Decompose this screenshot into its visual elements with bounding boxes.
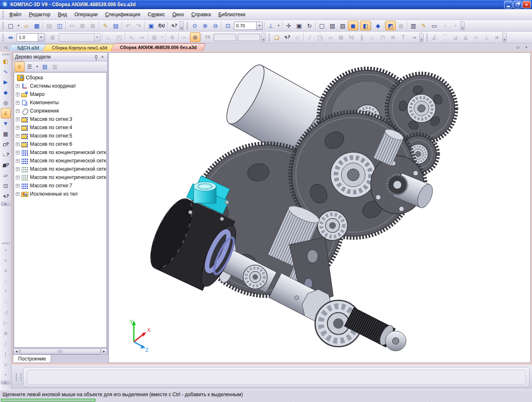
tree-item-15[interactable]: +Исключенные из тел: [14, 190, 106, 198]
filters-button[interactable]: ▼: [1, 118, 11, 129]
pin-panel-button[interactable]: [93, 54, 99, 60]
tree-expand-toggle[interactable]: +: [16, 118, 20, 121]
simplified-display-button[interactable]: ◩: [385, 21, 396, 30]
tree-horizontal-scrollbar[interactable]: ◄ ►: [13, 348, 107, 354]
geometry-panel-handle[interactable]: [2, 243, 10, 244]
tree-expand-toggle[interactable]: +: [16, 109, 20, 113]
menu-operations[interactable]: Операции: [71, 10, 101, 19]
shaded-with-edges-button[interactable]: ◧: [360, 21, 371, 30]
restore-button[interactable]: [513, 1, 522, 8]
menu-editor[interactable]: Редактор: [25, 10, 54, 19]
tree-item-11[interactable]: +Массив по концентрической сетке: [14, 157, 106, 165]
object-properties-button[interactable]: ▤: [111, 21, 121, 30]
copy-object-button[interactable]: ❏: [271, 32, 282, 42]
tree-structure-view-button[interactable]: ≣: [15, 61, 25, 72]
shaded-button[interactable]: ◼: [348, 21, 358, 30]
minimize-button[interactable]: [504, 1, 512, 8]
tree-expand-toggle[interactable]: +: [16, 101, 20, 105]
menu-window[interactable]: Окно: [168, 10, 187, 19]
close-button[interactable]: ×: [522, 1, 531, 8]
menu-specification[interactable]: Спецификация: [101, 10, 144, 19]
scrollbar-thumb[interactable]: [20, 348, 101, 354]
tree-expand-toggle[interactable]: +: [16, 151, 20, 154]
tree-expand-toggle[interactable]: +: [16, 134, 20, 138]
surfaces-button[interactable]: ◆: [1, 87, 11, 98]
whats-this-3-button[interactable]: ⇖?: [1, 191, 11, 201]
toolbar-overflow-chevron[interactable]: ▾: [180, 21, 184, 30]
whats-this-2-button[interactable]: ⇖?: [282, 32, 292, 42]
zoom-in-button[interactable]: ⊕: [200, 21, 210, 30]
toolbar-overflow-chevron[interactable]: ▾: [461, 21, 465, 30]
zoom-out-button[interactable]: ⊖: [210, 21, 221, 30]
toolbar-handle[interactable]: [268, 34, 270, 41]
orientation-dropdown[interactable]: ▾: [276, 21, 281, 30]
viewport-canvas[interactable]: Y X Z: [108, 52, 531, 363]
rounding-button[interactable]: ⊘: [190, 32, 200, 42]
hidden-lines-removed-button[interactable]: ▨: [337, 21, 348, 30]
tree-expand-toggle[interactable]: +: [16, 176, 20, 179]
sketch-button[interactable]: ✎: [419, 21, 429, 30]
tree-item-9[interactable]: +Массив по сетке:6: [14, 140, 106, 148]
check-surface-button[interactable]: ◻?: [1, 139, 11, 150]
compact-panel-handle[interactable]: [2, 54, 10, 55]
tree-item-5[interactable]: +Сопряжения: [14, 107, 106, 115]
new-window-button[interactable]: ▭: [429, 21, 439, 30]
tree-expand-toggle[interactable]: +: [16, 167, 20, 171]
menu-file[interactable]: Файл: [5, 10, 25, 19]
mates-button[interactable]: ◎: [1, 98, 11, 108]
tree-composition-dropdown[interactable]: ▾: [34, 61, 40, 72]
scale-combo[interactable]: 0.70▾: [234, 22, 263, 30]
rebuild-model-button[interactable]: ▥: [408, 21, 419, 30]
scroll-right-button[interactable]: ►: [101, 348, 107, 355]
scroll-left-button[interactable]: ◄: [13, 348, 20, 355]
new-document-button[interactable]: ▢: [5, 21, 16, 30]
menu-service[interactable]: Сервис: [144, 10, 168, 19]
close-panel-button[interactable]: ×: [99, 54, 106, 60]
tree-expand-toggle[interactable]: +: [16, 126, 20, 130]
toolbar-handle[interactable]: [2, 34, 4, 41]
component-folder-button[interactable]: ▱: [1, 170, 11, 181]
zoom-by-selection-button[interactable]: ⊙: [190, 21, 200, 30]
tree-item-2[interactable]: +Системы координат: [14, 82, 106, 90]
perspective-button[interactable]: ◆: [373, 21, 383, 30]
menu-libraries[interactable]: Библиотеки: [214, 10, 249, 19]
part-in-context-button[interactable]: ⊡: [1, 181, 11, 191]
measurements-button[interactable]: ∡: [1, 108, 11, 118]
zoom-by-frame-button[interactable]: ⊡: [223, 21, 233, 30]
step-label[interactable]: ⇹: [5, 32, 16, 42]
edit-part-button[interactable]: ◧: [1, 56, 11, 66]
tree-expand-toggle[interactable]: +: [16, 184, 20, 188]
tree-item-1[interactable]: Сборка: [14, 74, 106, 82]
zoom-reference-button[interactable]: ▣: [294, 21, 304, 30]
current-step-combo[interactable]: 1.0▾: [17, 33, 44, 42]
whats-this-button[interactable]: ⇖?: [169, 21, 179, 30]
rotate-view-button[interactable]: ↻: [304, 21, 315, 30]
compact-panel-expander[interactable]: ▸: [1, 201, 11, 206]
auxiliary-geometry-button[interactable]: ▶: [1, 77, 11, 87]
tree-mode-tab[interactable]: Построение: [13, 355, 51, 363]
functions-button[interactable]: f(x): [156, 21, 167, 30]
tree-item-13[interactable]: +Массив по концентрической сетке: [14, 173, 106, 181]
hidden-lines-thin-button[interactable]: ▧: [327, 21, 337, 30]
tree-expand-toggle[interactable]: +: [16, 159, 20, 163]
variables-button[interactable]: ▣: [146, 21, 156, 30]
toolbar-overflow-chevron[interactable]: ▾: [261, 33, 266, 42]
tree-expand-toggle[interactable]: +: [16, 84, 20, 88]
toolbar-overflow-chevron[interactable]: ▾: [419, 33, 424, 42]
geometry-panel-expander[interactable]: ▸: [1, 380, 11, 385]
save-button[interactable]: ▦: [32, 21, 42, 30]
tree-report-button[interactable]: ▤: [40, 61, 50, 72]
property-bar-handle[interactable]: [16, 373, 17, 381]
property-bar-handle-2[interactable]: [20, 373, 22, 381]
tree-expand-toggle[interactable]: +: [16, 142, 20, 146]
tree-composition-button[interactable]: ☰: [25, 61, 34, 72]
tree-item-10[interactable]: +Массив по концентрической сетке: [14, 148, 106, 157]
print-preview-button[interactable]: ◫: [54, 21, 65, 30]
check-section-button[interactable]: ▨?: [1, 160, 11, 170]
menu-help[interactable]: Справка: [187, 10, 214, 19]
tree-item-7[interactable]: +Массив по сетке:4: [14, 123, 106, 132]
space-curves-button[interactable]: ∿: [1, 66, 11, 77]
tree-item-12[interactable]: +Массив по концентрической сетке: [14, 165, 106, 173]
tree-expand-toggle[interactable]: +: [16, 192, 20, 196]
new-document-dropdown[interactable]: ▾: [16, 21, 21, 30]
